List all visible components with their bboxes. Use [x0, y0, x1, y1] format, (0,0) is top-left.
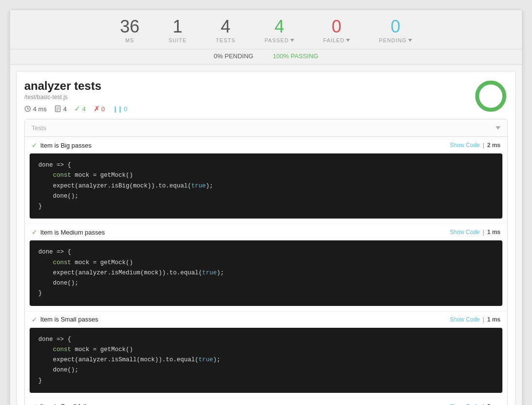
suite-pending: ❙❙ 0	[113, 105, 127, 113]
tests-header[interactable]: Tests	[25, 119, 507, 137]
code-line: done => {	[38, 160, 494, 170]
suite-meta: 4 ms 4 ✓ 4	[24, 104, 127, 113]
code-line: expect(analyzer.isBig(mock)).to.equal(tr…	[38, 181, 494, 191]
test-row: ✓ Item is Medium passes Show Code | 1 ms	[25, 224, 507, 240]
stats-bar: 36 MS 1 SUITE 4 TESTS 4 PASSED 0 FAILED	[10, 10, 522, 50]
stat-passed-label: PASSED	[265, 37, 294, 43]
code-line: const mock = getMock()	[38, 258, 494, 268]
test-row: ✓ Item is Small passes Show Code | 1 ms	[25, 311, 507, 328]
stat-failed-value: 0	[323, 18, 350, 35]
test-actions: Show Code | 1 ms	[449, 229, 500, 236]
code-line: done => {	[38, 335, 494, 345]
show-code-link[interactable]: Show Code	[449, 316, 480, 323]
stat-suite-value: 1	[168, 18, 186, 35]
stat-passed: 4 PASSED	[265, 18, 294, 43]
passing-percent: 100% PASSING	[273, 52, 318, 60]
code-line: done();	[38, 278, 494, 288]
stat-tests-label: TESTS	[216, 37, 235, 43]
test-actions: Show Code | 0 ms	[449, 403, 500, 405]
stat-pending: 0 PENDING	[379, 18, 412, 43]
test-time: 0 ms	[487, 403, 500, 405]
stat-failed-label: FAILED	[323, 37, 350, 43]
test-name: ✓ Item is Big passes	[32, 141, 92, 149]
code-line: done => {	[38, 247, 494, 257]
test-time: 1 ms	[487, 316, 500, 323]
test-item: ✓ Item is Small passes Show Code | 1 ms …	[25, 311, 507, 398]
test-item: ✓ Item is Big passes Show Code | 2 ms do…	[25, 137, 507, 224]
stat-ms-value: 36	[120, 18, 139, 35]
stat-ms: 36 MS	[120, 18, 139, 43]
chevron-down-icon	[496, 126, 500, 130]
suite-failed: ✗ 0	[94, 104, 105, 113]
test-name: ✓ Item is Small passes	[32, 316, 98, 323]
stat-pending-value: 0	[379, 18, 412, 35]
test-row: ✓ Item is Small fails Show Code | 0 ms	[25, 398, 507, 405]
progress-bar-row: 0% PENDING 100% PASSING	[10, 50, 522, 65]
test-actions: Show Code | 1 ms	[449, 316, 500, 323]
code-line: expect(analyzer.isSmall(mock)).to.equal(…	[38, 355, 494, 365]
code-line: done();	[38, 191, 494, 202]
code-line: }	[38, 202, 494, 212]
code-block: done => { const mock = getMock() expect(…	[30, 240, 502, 305]
pending-triangle-icon	[408, 39, 412, 42]
suite-time: 4 ms	[24, 105, 47, 113]
stat-suite: 1 SUITE	[168, 18, 186, 43]
code-line: done();	[38, 365, 494, 375]
check-icon: ✓	[32, 228, 37, 236]
suite-passed: ✓ 4	[74, 104, 85, 113]
code-line: const mock = getMock()	[38, 345, 494, 355]
test-item: ✓ Item is Small fails Show Code | 0 ms d…	[25, 398, 507, 405]
code-line: const mock = getMock()	[38, 170, 494, 181]
test-name: ✓ Item is Medium passes	[32, 228, 105, 236]
stat-pending-label: PENDING	[379, 37, 412, 43]
show-code-link[interactable]: Show Code	[449, 142, 480, 149]
show-code-link[interactable]: Show Code	[449, 403, 480, 405]
code-block: done => { const mock = getMock() expect(…	[30, 153, 502, 219]
main-content: analyzer tests /test/basic-test.js 4 ms	[16, 71, 516, 405]
code-line: expect(analyzer.isMedium(mock)).to.equal…	[38, 268, 494, 278]
check-icon: ✓	[32, 141, 37, 149]
doc-icon	[54, 105, 61, 112]
check-icon: ✓	[32, 316, 37, 323]
tests-list: ✓ Item is Big passes Show Code | 2 ms do…	[25, 137, 507, 405]
test-name: ✓ Item is Small fails	[32, 403, 89, 405]
suite-header: analyzer tests /test/basic-test.js 4 ms	[24, 79, 508, 113]
main-container: 36 MS 1 SUITE 4 TESTS 4 PASSED 0 FAILED	[10, 10, 522, 405]
stat-tests-value: 4	[216, 18, 235, 35]
stat-suite-label: SUITE	[168, 37, 186, 43]
pending-percent: 0% PENDING	[214, 52, 253, 60]
code-line: }	[38, 288, 494, 299]
suite-path: /test/basic-test.js	[24, 94, 127, 101]
suite-info: analyzer tests /test/basic-test.js 4 ms	[24, 79, 127, 113]
stat-tests: 4 TESTS	[216, 18, 235, 43]
passed-triangle-icon	[290, 39, 294, 42]
test-time: 1 ms	[487, 229, 500, 236]
code-block: done => { const mock = getMock() expect(…	[30, 328, 502, 393]
failed-triangle-icon	[346, 39, 350, 42]
suite-tests-count: 4	[54, 105, 66, 113]
stat-failed: 0 FAILED	[323, 18, 350, 43]
tests-header-label: Tests	[32, 124, 46, 132]
test-row: ✓ Item is Big passes Show Code | 2 ms	[25, 137, 507, 153]
test-time: 2 ms	[487, 142, 500, 149]
test-actions: Show Code | 2 ms	[449, 142, 500, 149]
show-code-link[interactable]: Show Code	[449, 229, 480, 236]
donut-chart	[474, 79, 508, 113]
svg-point-8	[477, 83, 504, 110]
stat-passed-value: 4	[265, 18, 294, 35]
clock-icon	[24, 105, 31, 112]
tests-section: Tests ✓ Item is Big passes Show Code | 2…	[24, 119, 508, 405]
test-item: ✓ Item is Medium passes Show Code | 1 ms…	[25, 224, 507, 311]
stat-ms-label: MS	[120, 37, 139, 43]
check-icon: ✓	[32, 403, 37, 405]
suite-title: analyzer tests	[24, 79, 127, 93]
code-line: }	[38, 376, 494, 386]
